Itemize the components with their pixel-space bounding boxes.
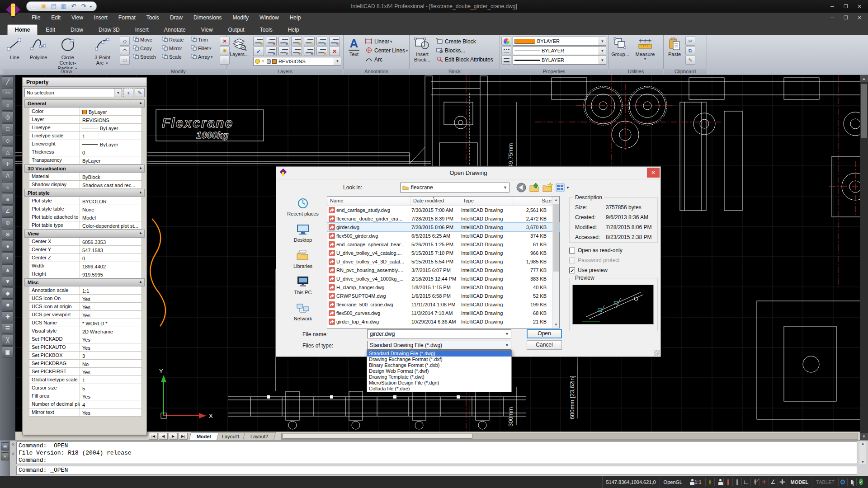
file-row[interactable]: U_drive_trolley_v4_catalog....5/15/2015 …	[327, 249, 559, 257]
type-option[interactable]: Drawing Exchange Format (*.dxf)	[367, 357, 511, 362]
close-icon[interactable]: ✕	[10, 441, 16, 447]
section-header-view[interactable]: View▲	[24, 230, 145, 238]
linetype-icon[interactable]	[501, 46, 511, 55]
scrollbar-thumb[interactable]	[861, 84, 867, 138]
doc-close-button[interactable]: ✕	[853, 13, 866, 23]
property-value[interactable]: 547.1583	[80, 246, 142, 253]
model-space-toggle[interactable]: MODEL	[787, 476, 812, 488]
file-row[interactable]: flexcrane_doube_girder_cra...7/28/2015 8…	[327, 214, 559, 223]
match-properties-icon[interactable]: ✎	[685, 56, 695, 65]
property-value[interactable]: 4	[80, 400, 142, 408]
lineweight-icon[interactable]	[501, 56, 511, 65]
layer-tool-icon[interactable]	[316, 37, 327, 46]
circle-button[interactable]: CircleCenter-Radius ▼	[51, 36, 85, 73]
scroll-up-icon[interactable]: ▲	[860, 75, 868, 82]
lamp-icon[interactable]	[705, 478, 714, 486]
create-block-button[interactable]: Create Block	[436, 38, 500, 46]
measure-button[interactable]: Measure▼	[632, 36, 658, 62]
lineweight-combobox[interactable]: BYLAYER▼	[513, 56, 606, 65]
file-row[interactable]: flex500_curves.dwg11/3/2014 7:10 AMIntel…	[327, 309, 559, 317]
place-libraries[interactable]: Libraries	[282, 249, 324, 275]
tool-icon-22[interactable]: ╳	[2, 335, 14, 346]
type-option[interactable]: Drawing Template (*.dwt)	[367, 374, 511, 380]
checkbox-open-as-read-only[interactable]: Open as read-only	[569, 247, 623, 253]
layer-tool-icon[interactable]	[278, 37, 289, 46]
canvas-vertical-scrollbar[interactable]: ▲ ▼	[860, 75, 868, 440]
tablet-toggle[interactable]: TABLET	[812, 476, 838, 488]
section-header-plot-style[interactable]: Plot style▲	[24, 189, 145, 197]
file-row[interactable]: flexcrane_500_crane.dwg11/11/2014 1:08 P…	[327, 300, 559, 309]
property-value[interactable]: ByLayer	[80, 140, 142, 148]
tool-icon-23[interactable]: ▣	[2, 347, 14, 357]
layer-combobox[interactable]: ☀ REVISIONS ▼	[253, 57, 341, 66]
view-menu-icon[interactable]: ▼	[555, 182, 571, 193]
color-combobox[interactable]: BYLAYER▼	[513, 37, 606, 46]
menu-view[interactable]: View	[66, 13, 89, 23]
property-value[interactable]: REVISIONS	[80, 116, 142, 123]
dialog-title-bar[interactable]: Open Drawing ✕	[276, 167, 660, 179]
section-header-general[interactable]: General▲	[24, 99, 145, 108]
property-value[interactable]: Shadows cast and rec...	[80, 181, 142, 188]
copy-button[interactable]: Copy	[133, 45, 162, 52]
annotation-scale-control[interactable]: 1:1	[686, 476, 705, 488]
menu-file[interactable]: File	[26, 13, 46, 23]
renderer-indicator[interactable]: OpenGL	[660, 476, 686, 488]
tab-draw-3d[interactable]: Draw 3D	[91, 25, 127, 35]
files-of-type-combobox[interactable]: Standard Drawing File (*.dwg) ▼	[367, 341, 511, 350]
save-as-icon[interactable]: ▥	[60, 3, 67, 10]
tab-view[interactable]: View	[194, 25, 220, 35]
place-network[interactable]: Network	[282, 301, 324, 328]
property-value[interactable]: 919.5995	[80, 270, 142, 278]
tracking-icon[interactable]: ∠	[769, 478, 778, 486]
layer-tool-icon[interactable]: ✕	[329, 47, 340, 56]
cancel-button[interactable]: Cancel	[527, 340, 562, 350]
property-value[interactable]: ByBlock	[80, 173, 142, 180]
layout-tab-layout1[interactable]: Layout1	[214, 432, 247, 440]
next-layout-icon[interactable]: ▶	[169, 433, 178, 440]
crosshair-icon[interactable]: ✛	[778, 478, 787, 486]
file-name-combobox[interactable]: girder.dwg ▼	[367, 329, 511, 338]
restore-button[interactable]: ❐	[839, 1, 853, 11]
tab-draw[interactable]: Draw	[63, 25, 90, 35]
property-value[interactable]: Yes	[80, 295, 142, 302]
layers-explorer-button[interactable]: Layers...	[227, 36, 251, 65]
tab-tools[interactable]: Tools	[253, 25, 280, 35]
layer-tool-icon[interactable]	[266, 37, 277, 46]
tool-icon-9[interactable]: ≈	[2, 182, 14, 193]
command-input[interactable]: Command: _OPEN	[16, 466, 857, 475]
tool-icon-15[interactable]: ◐	[2, 253, 14, 263]
tool-icon-5[interactable]: ◇	[2, 135, 14, 146]
3-point-button[interactable]: 3-PointArc ▼	[85, 36, 119, 67]
quick-select-button[interactable]: ✎	[135, 88, 145, 97]
tool-icon-3[interactable]: ◎	[2, 112, 14, 122]
tool-icon-10[interactable]: ≡	[2, 194, 14, 205]
place-this-pc[interactable]: This PC	[282, 275, 324, 301]
doc-restore-button[interactable]: ❐	[839, 13, 853, 23]
checkbox-password-protect[interactable]: Password protect	[569, 257, 620, 263]
text-button[interactable]: A Text	[344, 36, 364, 63]
file-row[interactable]: girder_top_4m.dwg10/29/2014 6:36 AMIntel…	[327, 317, 559, 326]
file-row[interactable]: H_clamp_hanger.dwg1/8/2015 1:15 PMIntell…	[327, 283, 559, 291]
up-folder-icon[interactable]	[529, 182, 540, 193]
property-value[interactable]: Yes	[80, 343, 142, 351]
tool-icon-13[interactable]: ⊗	[2, 229, 14, 240]
file-list-scrollbar[interactable]: ▲ ▼	[552, 197, 559, 328]
property-value[interactable]: 5	[80, 384, 142, 392]
property-value[interactable]: 1	[80, 132, 142, 140]
center-lines-button[interactable]: Center Lines ▼	[365, 47, 409, 55]
linear-button[interactable]: Linear ▼	[365, 38, 409, 46]
linetype-combobox[interactable]: BYLAYER▼	[513, 46, 606, 55]
file-row[interactable]: end_carriage_study.dwg7/30/2015 7:00 AMI…	[327, 206, 559, 214]
tool-icon-18[interactable]: ◆	[2, 288, 14, 299]
section-header-misc[interactable]: Misc▲	[24, 278, 145, 286]
back-icon[interactable]	[516, 182, 527, 193]
first-layout-icon[interactable]: |◀	[149, 433, 158, 440]
property-value[interactable]: 0	[80, 254, 142, 262]
new-folder-icon[interactable]	[542, 182, 553, 193]
close-button[interactable]: ✕	[853, 1, 866, 11]
minimize-button[interactable]: ─	[826, 1, 839, 11]
type-option[interactable]: Standard Drawing File (*.dwg)	[367, 351, 511, 357]
place-desktop[interactable]: Desktop	[282, 223, 324, 249]
layout-tab-model[interactable]: Model	[189, 432, 219, 440]
tool-icon-0[interactable]: ╱	[2, 76, 14, 87]
